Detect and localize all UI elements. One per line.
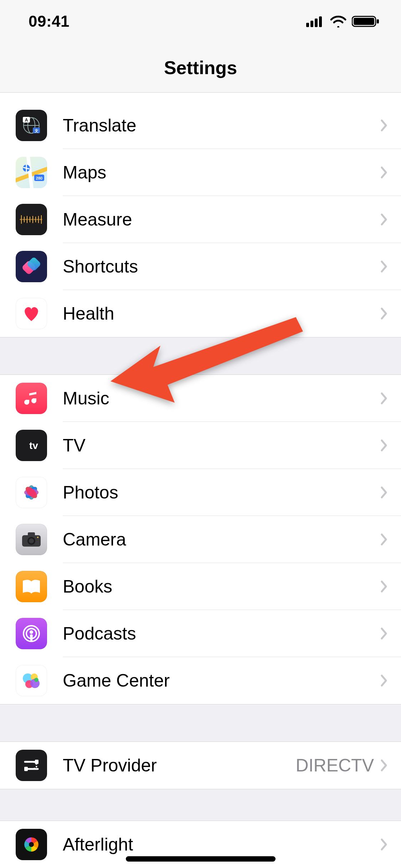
row-podcasts[interactable]: Podcasts bbox=[0, 610, 401, 657]
chevron-right-icon bbox=[380, 627, 388, 640]
svg-rect-3 bbox=[319, 16, 322, 27]
translate-icon: A 文 bbox=[16, 110, 47, 141]
row-measure[interactable]: Measure bbox=[0, 196, 401, 243]
nav-title-bar: Settings bbox=[0, 43, 401, 93]
row-gamecenter[interactable]: Game Center bbox=[0, 657, 401, 704]
cellular-signal-icon bbox=[306, 16, 325, 27]
maps-icon: 280 bbox=[16, 157, 47, 188]
books-icon bbox=[16, 571, 47, 602]
settings-group-apple-2: Music tv TV bbox=[0, 374, 401, 704]
music-icon bbox=[16, 383, 47, 414]
svg-point-53 bbox=[29, 842, 34, 847]
chevron-right-icon bbox=[380, 119, 388, 132]
wifi-icon bbox=[330, 15, 347, 27]
svg-rect-52 bbox=[24, 767, 28, 771]
row-music[interactable]: Music bbox=[0, 375, 401, 422]
row-label: Photos bbox=[63, 482, 380, 503]
chevron-right-icon bbox=[380, 213, 388, 226]
row-label: Podcasts bbox=[63, 623, 380, 644]
row-label: Maps bbox=[63, 162, 380, 183]
chevron-right-icon bbox=[380, 486, 388, 499]
svg-rect-6 bbox=[377, 19, 379, 24]
svg-text:280: 280 bbox=[36, 176, 42, 180]
svg-text:tv: tv bbox=[29, 440, 38, 451]
chevron-right-icon bbox=[380, 533, 388, 546]
svg-rect-0 bbox=[306, 23, 309, 27]
row-translate[interactable]: A 文 Translate bbox=[0, 102, 401, 149]
chevron-right-icon bbox=[380, 674, 388, 687]
status-icons bbox=[306, 15, 380, 28]
row-books[interactable]: Books bbox=[0, 563, 401, 610]
tvprovider-icon bbox=[16, 750, 47, 781]
row-label: Music bbox=[63, 388, 380, 409]
row-label: Health bbox=[63, 303, 380, 324]
row-label: Shortcuts bbox=[63, 256, 380, 277]
svg-point-42 bbox=[37, 537, 38, 538]
row-label: Measure bbox=[63, 209, 380, 230]
svg-rect-2 bbox=[315, 19, 318, 27]
chevron-right-icon bbox=[380, 260, 388, 273]
row-camera[interactable]: Camera bbox=[0, 516, 401, 563]
settings-group-apple-1: A 文 Translate 280 Maps bbox=[0, 93, 401, 337]
chevron-right-icon bbox=[380, 166, 388, 179]
photos-icon bbox=[16, 477, 47, 508]
row-tvprovider[interactable]: TV Provider DIRECTV bbox=[0, 742, 401, 789]
chevron-right-icon bbox=[380, 307, 388, 320]
row-health[interactable]: Health bbox=[0, 290, 401, 337]
row-label: Books bbox=[63, 576, 380, 597]
svg-rect-5 bbox=[354, 18, 374, 25]
chevron-right-icon bbox=[380, 838, 388, 851]
chevron-right-icon bbox=[380, 580, 388, 593]
camera-icon bbox=[16, 524, 47, 555]
row-maps[interactable]: 280 Maps bbox=[0, 149, 401, 196]
row-photos[interactable]: Photos bbox=[0, 469, 401, 516]
svg-text:A: A bbox=[25, 118, 28, 123]
measure-icon bbox=[16, 204, 47, 235]
row-tv[interactable]: tv TV bbox=[0, 422, 401, 469]
svg-text:文: 文 bbox=[34, 129, 38, 133]
svg-rect-39 bbox=[28, 532, 35, 536]
row-label: TV Provider bbox=[63, 755, 296, 776]
settings-group-tvprovider: TV Provider DIRECTV bbox=[0, 742, 401, 789]
row-label: Camera bbox=[63, 529, 380, 550]
svg-point-45 bbox=[30, 630, 33, 634]
status-time: 09:41 bbox=[29, 12, 70, 30]
tv-icon: tv bbox=[16, 430, 47, 461]
chevron-right-icon bbox=[380, 759, 388, 772]
gamecenter-icon bbox=[16, 665, 47, 696]
svg-rect-1 bbox=[310, 21, 313, 27]
home-indicator bbox=[126, 856, 276, 862]
svg-point-41 bbox=[29, 538, 34, 543]
podcasts-icon bbox=[16, 618, 47, 649]
shortcuts-icon bbox=[16, 251, 47, 282]
battery-icon bbox=[352, 15, 380, 28]
row-detail: DIRECTV bbox=[296, 755, 374, 776]
page-title: Settings bbox=[164, 57, 237, 78]
health-icon bbox=[16, 298, 47, 329]
svg-point-50 bbox=[34, 678, 38, 682]
status-bar: 09:41 bbox=[0, 0, 401, 43]
chevron-right-icon bbox=[380, 439, 388, 452]
row-label: Game Center bbox=[63, 670, 380, 691]
row-shortcuts[interactable]: Shortcuts bbox=[0, 243, 401, 290]
row-label: TV bbox=[63, 435, 380, 456]
row-label: Translate bbox=[63, 115, 380, 136]
chevron-right-icon bbox=[380, 392, 388, 405]
afterlight-icon bbox=[16, 829, 47, 860]
row-label: Afterlight bbox=[63, 834, 380, 855]
